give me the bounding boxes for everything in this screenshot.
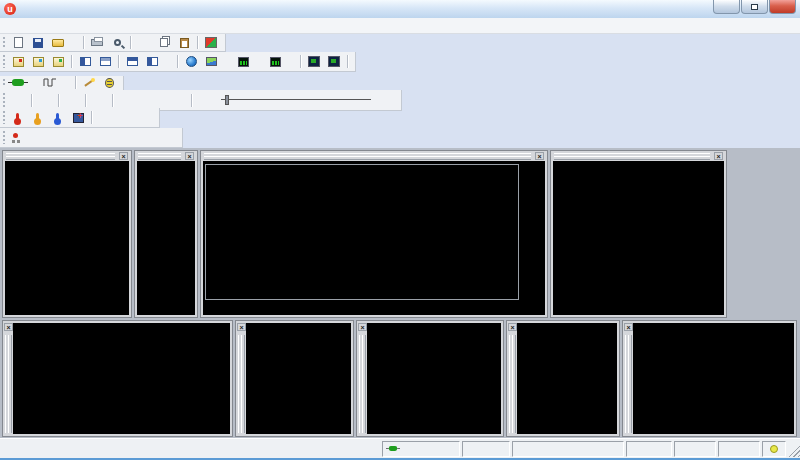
toolbar-zone <box>0 34 800 148</box>
menu-edit[interactable] <box>16 18 32 33</box>
pause-button[interactable] <box>63 92 81 108</box>
status-receiver <box>462 441 510 457</box>
new-button[interactable] <box>9 35 27 51</box>
panel-title-bar[interactable]: × <box>137 152 195 160</box>
open-dropdown[interactable] <box>69 35 79 51</box>
upload-package-button[interactable] <box>29 54 47 70</box>
menu-tools[interactable] <box>80 18 96 33</box>
cut-button[interactable] <box>135 35 153 51</box>
panel-title-bar[interactable]: × <box>4 323 12 434</box>
close-icon[interactable]: × <box>237 323 246 331</box>
warm-start-button[interactable] <box>29 110 47 126</box>
menu-view[interactable] <box>32 18 48 33</box>
open-folder-icon <box>52 39 64 47</box>
close-button[interactable] <box>769 0 796 14</box>
close-icon[interactable]: × <box>508 323 517 331</box>
toolbar-receiver-actions <box>0 108 160 128</box>
panel-title-bar[interactable]: × <box>624 323 632 434</box>
waveform-icon <box>43 78 57 87</box>
skip-end-button[interactable] <box>378 92 396 108</box>
cold-start-button[interactable] <box>49 110 67 126</box>
globe-icon <box>186 56 197 67</box>
chart-view-button[interactable] <box>234 54 252 70</box>
print-button[interactable] <box>88 35 106 51</box>
toolbar-views <box>0 52 356 72</box>
panel-title-bar[interactable]: × <box>358 323 366 434</box>
fast-forward-button[interactable] <box>169 92 187 108</box>
about-ucenter-button[interactable] <box>202 35 220 51</box>
copy-icon <box>160 38 168 47</box>
record-button[interactable] <box>90 92 108 108</box>
table-view-button[interactable] <box>305 54 323 70</box>
eject-button[interactable] <box>9 92 27 108</box>
histogram-view-button[interactable] <box>266 54 284 70</box>
stop-button[interactable] <box>36 92 54 108</box>
camera-view-button[interactable] <box>325 54 343 70</box>
save-button[interactable] <box>29 35 47 51</box>
play-dropdown[interactable] <box>157 92 167 108</box>
minimize-button[interactable] <box>713 0 740 14</box>
layout-left-button[interactable] <box>76 54 94 70</box>
hot-start-button[interactable] <box>9 110 27 126</box>
paste-button[interactable] <box>175 35 193 51</box>
playback-slider[interactable] <box>221 94 371 106</box>
status-ready <box>1 441 380 457</box>
package-icon <box>13 57 24 67</box>
data-view <box>13 323 230 434</box>
bug-icon <box>105 78 114 88</box>
separator <box>71 55 72 68</box>
thermometer-hot-icon <box>16 113 19 122</box>
resize-grip[interactable] <box>787 441 800 457</box>
menu-player[interactable] <box>48 18 64 33</box>
analog-clock <box>553 161 724 314</box>
maximize-button[interactable] <box>741 0 768 14</box>
panel-title-bar[interactable]: × <box>553 152 724 160</box>
close-icon[interactable]: × <box>535 152 544 160</box>
panel-title-bar[interactable]: × <box>5 152 129 160</box>
magnifier-icon <box>114 39 121 46</box>
map-view-dropdown[interactable] <box>222 54 232 70</box>
skip-start-button[interactable] <box>196 92 214 108</box>
step-button[interactable] <box>117 92 135 108</box>
separator <box>130 36 131 49</box>
layout-columns-button[interactable] <box>96 54 114 70</box>
close-icon[interactable]: × <box>4 323 13 331</box>
separator <box>118 55 119 68</box>
window-tile-icon <box>147 57 158 66</box>
close-icon[interactable]: × <box>358 323 367 331</box>
configure-load-button[interactable] <box>136 110 154 126</box>
close-icon[interactable]: × <box>185 152 194 160</box>
google-earth-button[interactable] <box>182 54 200 70</box>
layout-full-button[interactable] <box>123 54 141 70</box>
reset-receiver-button[interactable] <box>69 110 87 126</box>
download-package-button[interactable] <box>49 54 67 70</box>
close-icon[interactable]: × <box>714 152 723 160</box>
window-maximized-icon <box>127 57 138 66</box>
close-icon[interactable]: × <box>119 152 128 160</box>
play-button[interactable] <box>137 92 155 108</box>
firmware-package-button[interactable] <box>9 54 27 70</box>
chart-y-axis <box>519 164 543 300</box>
close-icon[interactable]: × <box>624 323 633 331</box>
menu-receiver[interactable] <box>64 18 80 33</box>
panel-title-bar[interactable]: × <box>508 323 516 434</box>
window-columns-icon <box>100 57 111 66</box>
message-view-button[interactable] <box>9 130 27 146</box>
open-button[interactable] <box>49 35 67 51</box>
copy-button[interactable] <box>155 35 173 51</box>
panel-title-bar[interactable]: × <box>203 152 545 160</box>
layout-dropdown[interactable] <box>163 54 173 70</box>
map-view-button[interactable] <box>202 54 220 70</box>
layout-tile-button[interactable] <box>143 54 161 70</box>
restore-icon <box>751 4 758 10</box>
configure-gnss-button[interactable] <box>96 110 114 126</box>
chart-view-dropdown[interactable] <box>254 54 264 70</box>
panel-title-bar[interactable]: × <box>237 323 245 434</box>
menu-window[interactable] <box>96 18 112 33</box>
histogram-view-dropdown[interactable] <box>286 54 296 70</box>
menu-file[interactable] <box>0 18 16 33</box>
configure-save-button[interactable] <box>116 110 134 126</box>
slider-handle[interactable] <box>225 95 229 105</box>
print-preview-button[interactable] <box>108 35 126 51</box>
menu-help[interactable] <box>112 18 128 33</box>
